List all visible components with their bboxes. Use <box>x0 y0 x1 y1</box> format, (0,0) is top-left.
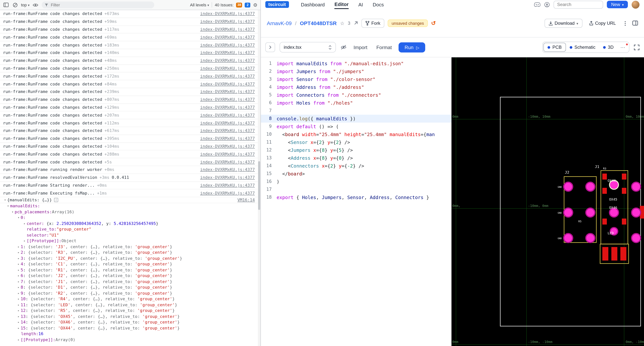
discord-icon[interactable] <box>534 2 540 7</box>
tree-row-relative-to[interactable]: relative_to:"group_center" <box>0 226 258 232</box>
console-log-row[interactable]: run-frame:RunFrame code changes detected… <box>0 112 258 119</box>
nav-docs[interactable]: Docs <box>373 0 384 9</box>
tree-row-item-0[interactable]: 0: <box>0 215 258 221</box>
collapsed-arrow-icon[interactable] <box>16 245 21 249</box>
tree-row-placement[interactable]: 6: {selector: 'J2', center: {…}, relativ… <box>0 273 258 279</box>
console-log-row[interactable]: run-frame:RunFrame code changes detected… <box>0 104 258 112</box>
view-schematic[interactable]: Schematic <box>566 43 599 51</box>
console-log-row[interactable]: run-frame:RunFrame code changes detected… <box>0 143 258 151</box>
collapsed-arrow-icon[interactable] <box>16 303 21 307</box>
info-icon[interactable]: i <box>54 198 58 202</box>
tree-row-prototype[interactable]: [[Prototype]]:Object <box>0 238 258 244</box>
execution-context-selector[interactable]: top <box>21 3 30 7</box>
source-link[interactable]: index-DVXRMxKU.js:4377 <box>200 121 255 125</box>
tree-row-selector[interactable]: selector:"U1" <box>0 232 258 238</box>
pcb-viewer[interactable]: 0mm -10mm, 10mm 0mm, 10mm 0mm, -10mm, 0m… <box>452 57 644 346</box>
source-link[interactable]: index-DVXRMxKU.js:4377 <box>200 58 255 63</box>
view-3d[interactable]: 3D <box>599 43 617 51</box>
tree-row-placement[interactable]: 3: {selector: 'I2C_PU', center: {…}, rel… <box>0 255 258 261</box>
console-log-row[interactable]: run-frame:RunFrame code changes detected… <box>0 88 258 96</box>
new-button[interactable]: New <box>607 1 628 8</box>
console-log-row[interactable]: run-frame:RunFrame code changes detected… <box>0 80 258 88</box>
collapsed-arrow-icon[interactable] <box>16 286 21 289</box>
console-log-row[interactable]: run-frame:RunFrame Starting render... +0… <box>0 182 258 189</box>
info-count-badge[interactable]: 2 <box>245 2 250 7</box>
github-icon[interactable] <box>544 2 550 7</box>
collapsed-arrow-icon[interactable] <box>16 263 21 266</box>
tree-row-placement[interactable]: 15: {selector: 'OX44', center: {…}, rela… <box>0 325 258 331</box>
more-views-button[interactable]: ⋯ <box>617 44 628 51</box>
source-link[interactable]: index-DVXRMxKU.js:4377 <box>200 11 255 16</box>
tree-row-placement[interactable]: 7: {selector: 'J1', center: {…}, relativ… <box>0 279 258 285</box>
search-input[interactable] <box>554 0 603 8</box>
issues-label[interactable]: 40 Issues: <box>215 3 234 7</box>
console-log-row[interactable]: run-frame:RunFrame code changes detected… <box>0 135 258 143</box>
collapsed-arrow-icon[interactable] <box>16 321 21 324</box>
tree-row-center[interactable]: center: {x: 2.2502030804364352, y: 5.428… <box>0 221 258 226</box>
console-log-row[interactable]: run-frame:RunFrame code changes detected… <box>0 151 258 158</box>
source-link[interactable]: index-DVXRMxKU.js:4377 <box>200 167 255 172</box>
clear-console-icon[interactable] <box>12 2 18 8</box>
eye-icon[interactable] <box>33 2 39 8</box>
fork-button[interactable]: Fork <box>362 18 384 27</box>
source-link[interactable]: index-DVXRMxKU.js:4377 <box>200 113 255 118</box>
console-log-row[interactable]: run-frame:RunFrame code changes detected… <box>0 41 258 49</box>
tree-row-manualEdits[interactable]: manualEdits: <box>0 203 258 209</box>
console-scrollbar[interactable] <box>258 10 260 346</box>
undo-icon[interactable] <box>431 20 436 26</box>
code-lines[interactable]: import manualEdits from "./manual-edits.… <box>276 60 452 201</box>
console-log-row[interactable]: run-frame:RunFrame code changes detected… <box>0 158 258 166</box>
console-log-row[interactable]: run-frame:RunFrame running render worker… <box>0 166 258 174</box>
expand-arrow-icon[interactable] <box>3 198 7 202</box>
collapsed-arrow-icon[interactable] <box>16 268 21 272</box>
scrollbar-thumb[interactable] <box>258 161 260 210</box>
filter-input[interactable] <box>50 2 151 7</box>
console-log-row[interactable]: run-frame:RunFrame resolvedEvalVersion +… <box>0 174 258 182</box>
console-log-row[interactable]: run-frame:RunFrame code changes detected… <box>0 10 258 18</box>
source-link[interactable]: index-DVXRMxKU.js:4377 <box>200 160 255 164</box>
tree-row-placement[interactable]: 12: {selector: 'R5', center: {…}, relati… <box>0 308 258 314</box>
gear-icon[interactable] <box>253 2 258 8</box>
collapsed-arrow-icon[interactable] <box>16 315 21 318</box>
breadcrumb-project[interactable]: OPT4048DTSR <box>300 20 337 26</box>
run-button[interactable]: Run <box>398 42 426 52</box>
console-log-row[interactable]: run-frame:RunFrame code changes detected… <box>0 18 258 26</box>
collapsed-arrow-icon[interactable] <box>22 239 27 243</box>
breadcrumb-owner[interactable]: ArnavK-09 <box>267 20 292 26</box>
console-log-row[interactable]: run-frame:RunFrame code changes detected… <box>0 57 258 65</box>
collapsed-arrow-icon[interactable] <box>16 309 21 313</box>
download-button[interactable]: Download <box>544 18 582 27</box>
console-log-row[interactable]: run-frame:RunFrame code changes detected… <box>0 65 258 73</box>
tree-row-placement[interactable]: 1: {selector: 'J3', center: {…}, relativ… <box>0 244 258 250</box>
fullscreen-icon[interactable] <box>634 44 640 50</box>
source-link[interactable]: index-DVXRMxKU.js:4377 <box>200 89 255 94</box>
expand-arrow-icon[interactable] <box>16 216 21 219</box>
source-link[interactable]: index-DVXRMxKU.js:4377 <box>200 152 255 157</box>
source-link[interactable]: index-DVXRMxKU.js:4377 <box>200 35 255 40</box>
code-editor[interactable]: 123456789101112131415161718 import manua… <box>261 57 452 346</box>
console-filter[interactable] <box>42 1 154 8</box>
tree-row-placement[interactable]: 14: {selector: 'OX46', center: {…}, rela… <box>0 319 258 325</box>
tree-row-length[interactable]: length:16 <box>0 331 258 337</box>
console-log-row[interactable]: run-frame:RunFrame code changes detected… <box>0 33 258 41</box>
collapsed-arrow-icon[interactable] <box>16 292 21 295</box>
source-link[interactable]: VM16:14 <box>237 197 255 202</box>
source-link[interactable]: index-DVXRMxKU.js:4377 <box>200 50 255 55</box>
expand-arrow-icon[interactable] <box>6 204 10 208</box>
log-levels-selector[interactable]: All levels <box>190 3 209 7</box>
collapsed-arrow-icon[interactable] <box>16 251 21 254</box>
file-selector[interactable]: index.tsx <box>280 42 336 52</box>
import-button[interactable]: Import <box>351 44 370 50</box>
source-link[interactable]: index-DVXRMxKU.js:4377 <box>200 66 255 71</box>
source-link[interactable]: index-DVXRMxKU.js:4377 <box>200 74 255 79</box>
nav-dashboard[interactable]: Dashboard <box>301 0 325 9</box>
source-link[interactable]: index-DVXRMxKU.js:4377 <box>200 175 255 180</box>
collapsed-arrow-icon[interactable] <box>16 338 21 342</box>
pcb-canvas[interactable]: 0mm -10mm, 10mm 0mm, 10mm 0mm, -10mm, 0m… <box>452 57 644 346</box>
format-button[interactable]: Format <box>374 44 394 50</box>
source-link[interactable]: index-DVXRMxKU.js:4377 <box>200 136 255 141</box>
source-link[interactable]: index-DVXRMxKU.js:4377 <box>200 191 255 195</box>
collapsed-arrow-icon[interactable] <box>16 280 21 283</box>
kebab-menu-icon[interactable] <box>622 20 628 26</box>
expand-arrow-icon[interactable] <box>10 210 15 214</box>
